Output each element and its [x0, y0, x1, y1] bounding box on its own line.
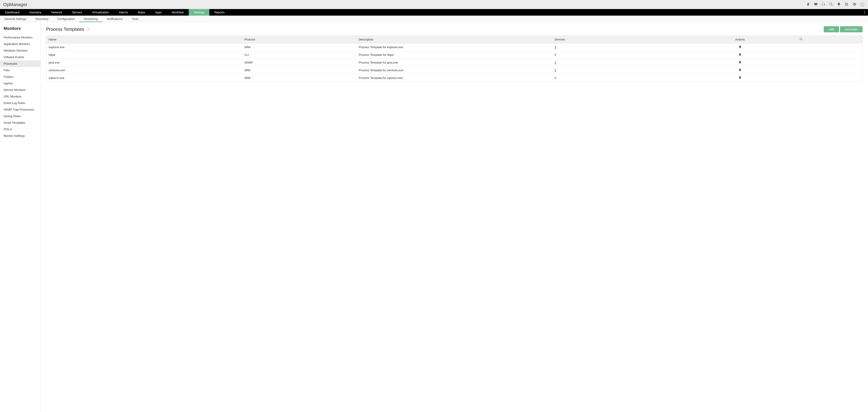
cell-devices: 0 [552, 74, 683, 82]
primary-tab-reports[interactable]: Reports [209, 9, 230, 16]
primary-tab-workflow[interactable]: Workflow [167, 9, 189, 16]
sidebar-item-service-monitors[interactable]: Service Monitors [0, 87, 40, 93]
sidebar-item-processes[interactable]: Processes [0, 60, 40, 67]
cell-protocol: CLI [242, 51, 356, 59]
delete-icon[interactable] [739, 61, 742, 64]
sidebar-item-folders[interactable]: Folders [0, 73, 40, 80]
cell-actions [683, 74, 797, 82]
primary-tab-dashboard[interactable]: Dashboard [0, 9, 24, 16]
sidebar-item-syslog-rules[interactable]: Syslog Rules [0, 113, 40, 119]
bell-icon[interactable] [837, 2, 841, 7]
delete-icon[interactable] [739, 53, 742, 57]
cell-name[interactable]: httpd [46, 51, 242, 59]
cell-devices: 0 [552, 51, 683, 59]
cell-description: Process Template for services.exe [356, 66, 553, 74]
table-row: sqlservr.exeWMIProcess Template for sqls… [46, 74, 863, 82]
svg-point-2 [864, 13, 865, 14]
headset-icon[interactable] [822, 2, 826, 7]
cell-protocol: SNMP [242, 59, 356, 66]
sidebar-item-application-monitors[interactable]: Application Monitors [0, 41, 40, 47]
sidebar-item-monitor-settings[interactable]: Monitor Settings [0, 133, 40, 139]
secondary-tab-monitoring[interactable]: Monitoring [79, 16, 102, 22]
cell-devices[interactable]: 3 [552, 43, 683, 51]
delete-icon[interactable] [739, 77, 742, 80]
primary-tab-servers[interactable]: Servers [67, 9, 87, 16]
gear-icon[interactable] [852, 2, 856, 7]
topbar-icon-group [806, 2, 865, 7]
cell-description: Process Template for java.exe [356, 59, 553, 66]
table-search-header [797, 36, 863, 43]
secondary-tab-configuration[interactable]: Configuration [53, 16, 79, 22]
table-row: explorer.exeWMIProcess Template for expl… [46, 43, 863, 51]
primary-tab-network[interactable]: Network [46, 9, 67, 16]
sidebar-heading: Monitors [0, 22, 40, 34]
secondary-tab-tools[interactable]: Tools [127, 16, 143, 22]
rocket-icon[interactable] [806, 2, 810, 7]
associate-button[interactable]: Associate [840, 26, 863, 32]
primary-tab-settings[interactable]: Settings [189, 9, 209, 16]
svg-point-0 [864, 11, 865, 12]
cell-name[interactable]: java.exe [46, 59, 242, 66]
brand-name: OpManager [3, 2, 27, 7]
col-header-devices[interactable]: Devices [552, 36, 683, 43]
cell-name[interactable]: services.exe [46, 66, 242, 74]
apps-grid-icon[interactable] [844, 2, 848, 7]
more-menu-icon[interactable] [863, 9, 866, 16]
sidebar-item-files[interactable]: Files [0, 67, 40, 73]
cell-devices[interactable]: 2 [552, 59, 683, 66]
primary-tab-maps[interactable]: Maps [133, 9, 150, 16]
cell-actions [683, 66, 797, 74]
primary-nav: DashboardInventoryNetworkServersVirtuali… [0, 9, 868, 16]
user-avatar-icon[interactable] [860, 2, 865, 7]
table-row: java.exeSNMPProcess Template for java.ex… [46, 59, 863, 66]
cell-description: Process Template for explorer.exe [356, 43, 553, 51]
sidebar-item-url-monitors[interactable]: URL Monitors [0, 93, 40, 100]
sidebar-item-snmp-trap-processors[interactable]: SNMP Trap Processors [0, 106, 40, 113]
cell-devices[interactable]: 3 [552, 66, 683, 74]
sidebar-item-performance-monitors[interactable]: Performance Monitors [0, 34, 40, 41]
help-icon[interactable]: ? [87, 28, 90, 31]
cell-name[interactable]: sqlservr.exe [46, 74, 242, 82]
sidebar-item-event-log-rules[interactable]: Event Log Rules [0, 100, 40, 106]
main-content: Process Templates ? Add Associate Name P… [41, 22, 868, 412]
cell-description: Process Template for httpd [356, 51, 553, 59]
primary-tab-apps[interactable]: Apps [150, 9, 167, 16]
secondary-nav: General SettingsDiscoveryConfigurationMo… [0, 16, 868, 22]
delete-icon[interactable] [739, 46, 742, 49]
process-templates-table: Name Protocol Description Devices Action… [46, 35, 863, 82]
page-title: Process Templates [46, 27, 84, 32]
cell-blank [797, 74, 863, 82]
table-row: httpdCLIProcess Template for httpd0 [46, 51, 863, 59]
cell-blank [797, 59, 863, 66]
svg-point-1 [864, 12, 865, 13]
col-header-description[interactable]: Description [356, 36, 553, 43]
sidebar-item-agents[interactable]: Agents [0, 80, 40, 87]
col-header-protocol[interactable]: Protocol [242, 36, 356, 43]
app-topbar: OpManager [0, 0, 868, 9]
cell-blank [797, 51, 863, 59]
secondary-tab-discovery[interactable]: Discovery [31, 16, 53, 22]
col-header-actions[interactable]: Actions [683, 36, 797, 43]
cell-name[interactable]: explorer.exe [46, 43, 242, 51]
col-header-name[interactable]: Name [46, 36, 242, 43]
sidebar-item-windows-services[interactable]: Windows Services [0, 47, 40, 54]
cell-actions [683, 59, 797, 66]
cell-protocol: WMI [242, 66, 356, 74]
sidebar-item-vmware-events[interactable]: VMware Events [0, 54, 40, 60]
sidebar-item-script-templates[interactable]: Script Templates [0, 119, 40, 126]
search-icon[interactable] [829, 2, 833, 7]
primary-tab-virtualization[interactable]: Virtualization [87, 9, 114, 16]
sidebar-item-ipsla[interactable]: IPSLA [0, 126, 40, 133]
secondary-tab-general-settings[interactable]: General Settings [0, 16, 31, 22]
monitor-icon[interactable] [814, 2, 818, 7]
primary-tab-alarms[interactable]: Alarms [114, 9, 133, 16]
delete-icon[interactable] [739, 69, 742, 72]
cell-protocol: WMI [242, 43, 356, 51]
table-row: services.exeWMIProcess Template for serv… [46, 66, 863, 74]
cell-actions [683, 51, 797, 59]
table-search-icon[interactable] [800, 38, 803, 41]
primary-tab-inventory[interactable]: Inventory [24, 9, 46, 16]
add-button[interactable]: Add [824, 26, 839, 32]
cell-blank [797, 43, 863, 51]
secondary-tab-notifications[interactable]: Notifications [102, 16, 127, 22]
